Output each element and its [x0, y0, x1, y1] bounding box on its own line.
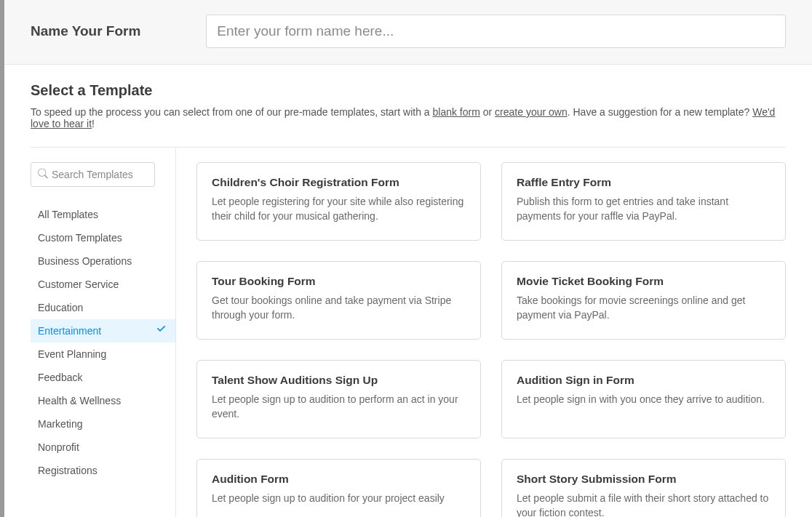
- template-card[interactable]: Tour Booking FormGet tour bookings onlin…: [196, 261, 481, 340]
- category-label: Event Planning: [38, 348, 106, 360]
- category-item[interactable]: Business Operations: [31, 249, 155, 273]
- select-template-desc: To speed up the process you can select f…: [31, 106, 786, 129]
- category-label: Marketing: [38, 418, 82, 430]
- template-desc: Get tour bookings online and take paymen…: [212, 294, 466, 322]
- category-item[interactable]: Custom Templates: [31, 226, 155, 249]
- category-label: All Templates: [38, 209, 98, 220]
- desc-text: !: [92, 118, 95, 129]
- template-title: Talent Show Auditions Sign Up: [212, 374, 466, 387]
- category-item[interactable]: Health & Wellness: [31, 389, 155, 412]
- category-item[interactable]: Feedback: [31, 366, 155, 389]
- category-label: Entertainment: [38, 325, 101, 337]
- category-list: All TemplatesCustom TemplatesBusiness Op…: [31, 203, 175, 482]
- name-form-bar: Name Your Form: [4, 0, 812, 65]
- template-card[interactable]: Short Story Submission FormLet people su…: [501, 459, 786, 517]
- template-desc: Take bookings for movie screenings onlin…: [517, 294, 771, 322]
- category-label: Business Operations: [38, 255, 132, 267]
- sidebar: All TemplatesCustom TemplatesBusiness Op…: [31, 148, 176, 517]
- template-card[interactable]: Audition FormLet people sign up to audit…: [196, 459, 481, 517]
- category-label: Customer Service: [38, 278, 119, 290]
- create-own-link[interactable]: create your own: [495, 106, 568, 118]
- template-title: Movie Ticket Booking Form: [517, 275, 771, 288]
- template-main: Children's Choir Registration FormLet pe…: [176, 148, 786, 517]
- category-item[interactable]: Customer Service: [31, 273, 155, 296]
- template-desc: Let people sign up to audition for your …: [212, 492, 466, 506]
- template-title: Children's Choir Registration Form: [212, 176, 466, 189]
- template-desc: Publish this form to get entries and tak…: [517, 195, 771, 223]
- template-desc: Let people submit a file with their shor…: [517, 492, 771, 517]
- template-title: Audition Sign in Form: [517, 374, 771, 387]
- template-card[interactable]: Raffle Entry FormPublish this form to ge…: [501, 162, 786, 241]
- template-card[interactable]: Talent Show Auditions Sign UpLet people …: [196, 360, 481, 438]
- template-card[interactable]: Movie Ticket Booking FormTake bookings f…: [501, 261, 786, 340]
- form-name-input[interactable]: [206, 15, 786, 48]
- check-icon: [156, 325, 167, 337]
- category-item[interactable]: Nonprofit: [31, 436, 155, 459]
- template-desc: Let people registering for your site whi…: [212, 195, 466, 223]
- category-label: Custom Templates: [38, 232, 122, 244]
- category-label: Registrations: [38, 465, 97, 476]
- template-desc: Let people sign up to audition to perfor…: [212, 393, 466, 421]
- template-desc: Let people sign in with you once they ar…: [517, 393, 771, 407]
- template-title: Raffle Entry Form: [517, 176, 771, 189]
- template-title: Audition Form: [212, 473, 466, 486]
- name-form-label: Name Your Form: [31, 23, 140, 39]
- category-label: Education: [38, 302, 83, 313]
- category-label: Health & Wellness: [38, 395, 121, 406]
- desc-text: or: [480, 106, 495, 118]
- category-item[interactable]: Registrations: [31, 459, 155, 482]
- category-item[interactable]: Marketing: [31, 412, 155, 436]
- desc-text: To speed up the process you can select f…: [31, 106, 433, 118]
- template-title: Short Story Submission Form: [517, 473, 771, 486]
- category-label: Feedback: [38, 372, 82, 383]
- select-template-title: Select a Template: [31, 82, 786, 99]
- category-item[interactable]: Entertainment: [31, 319, 175, 342]
- category-item[interactable]: Event Planning: [31, 342, 155, 366]
- blank-form-link[interactable]: blank form: [433, 106, 480, 118]
- category-label: Nonprofit: [38, 441, 79, 453]
- template-title: Tour Booking Form: [212, 275, 466, 288]
- template-card[interactable]: Children's Choir Registration FormLet pe…: [196, 162, 481, 241]
- category-item[interactable]: All Templates: [31, 203, 155, 226]
- search-input[interactable]: [31, 162, 155, 187]
- template-card[interactable]: Audition Sign in FormLet people sign in …: [501, 360, 786, 438]
- template-grid: Children's Choir Registration FormLet pe…: [196, 162, 786, 517]
- desc-text: . Have a suggestion for a new template?: [568, 106, 752, 118]
- category-item[interactable]: Education: [31, 296, 155, 319]
